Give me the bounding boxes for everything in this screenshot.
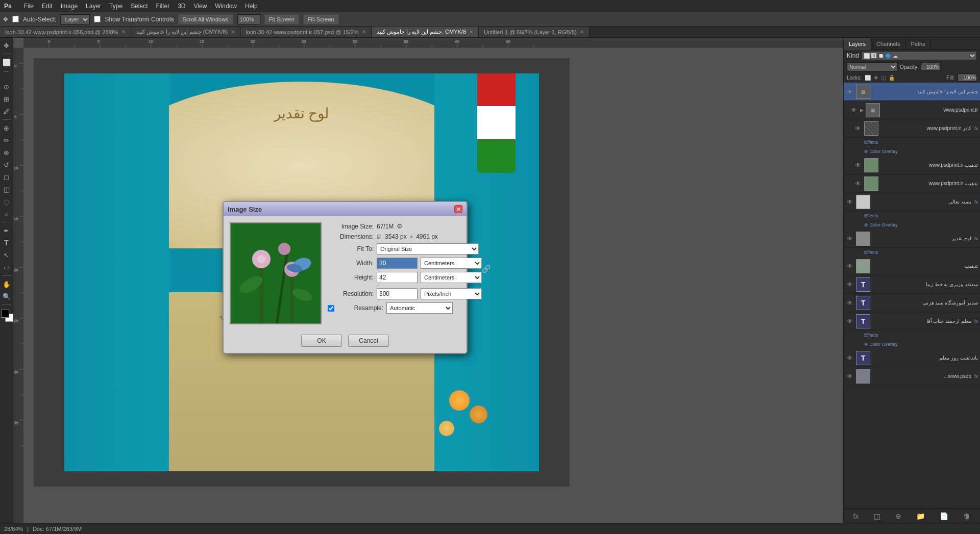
add-mask-button[interactable]: ◫ — [872, 511, 883, 521]
tab-2-close[interactable]: ✕ — [231, 29, 235, 35]
fg-color-swatch[interactable] — [1, 310, 9, 318]
layer-9-visibility[interactable]: 👁 — [846, 281, 854, 289]
tab-paths[interactable]: Paths — [906, 38, 931, 50]
add-style-button[interactable]: fx — [851, 511, 861, 521]
eyedropper-tool[interactable]: 🖉 — [1, 106, 12, 117]
layer-item-6[interactable]: 👁 بسته تعالی fx — [844, 193, 980, 211]
blend-mode-select[interactable]: Normal — [847, 62, 898, 71]
menu-help[interactable]: Help — [245, 3, 258, 10]
gradient-tool[interactable]: ◫ — [1, 184, 12, 195]
layer-item-11[interactable]: 👁 T معلم ارجمند جناب آقا fx — [844, 312, 980, 330]
eraser-tool[interactable]: ◻ — [1, 171, 12, 183]
cancel-button[interactable]: Cancel — [348, 335, 389, 347]
menu-select[interactable]: Select — [131, 3, 148, 10]
brush-tool[interactable]: ✏ — [1, 135, 12, 146]
opacity-input[interactable] — [921, 63, 940, 71]
quick-select-tool[interactable]: ⊙ — [1, 81, 12, 92]
fit-to-select[interactable]: Original Size — [377, 243, 479, 255]
height-unit-select[interactable]: Centimeters — [421, 272, 482, 283]
tab-1[interactable]: looh-30.42-www.psdprint.ir-056.psd @ 28/… — [0, 27, 131, 38]
fill-screen-button[interactable]: Fill Screen — [303, 14, 339, 24]
layer-10-visibility[interactable]: 👁 — [846, 299, 854, 307]
lock-icon-2[interactable]: ✥ — [874, 75, 878, 81]
blur-tool[interactable]: ◌ — [1, 196, 12, 207]
canvas-area[interactable]: 0 5 10 15 20 25 30 35 40 — [13, 38, 843, 523]
transform-controls-checkbox[interactable] — [94, 16, 101, 22]
hand-tool[interactable]: ✋ — [1, 278, 12, 290]
layers-list[interactable]: 👁 ▦ چشم این لایه را خاموش کنید 👁 ▶ ▦ www… — [844, 83, 980, 508]
tab-4-close[interactable]: ✕ — [469, 29, 473, 35]
layer-item-5[interactable]: 👁 تذهیب www.psdprint.ir — [844, 174, 980, 193]
layer-12-visibility[interactable]: 👁 — [846, 354, 854, 362]
type-tool[interactable]: T — [1, 237, 12, 248]
layer-11-visibility[interactable]: 👁 — [846, 317, 854, 325]
lock-icon-4[interactable]: 🔒 — [889, 75, 895, 81]
layer-5-visibility[interactable]: 👁 — [854, 180, 862, 188]
menu-window[interactable]: Window — [215, 3, 237, 10]
resample-checkbox[interactable] — [328, 305, 334, 312]
layer-7-visibility[interactable]: 👁 — [846, 235, 854, 243]
tab-3[interactable]: looh-30.42-www.psdprint.ir-057.psd @ 15/… — [240, 27, 372, 38]
fit-screen-button[interactable]: Fit Screen — [264, 14, 299, 24]
canvas-content[interactable]: لوح تقدیر ضمن گرامیداشت روز معلم بر این … — [23, 48, 843, 523]
layer-2-visibility[interactable]: 👁 — [850, 106, 858, 114]
menu-layer[interactable]: Layer — [86, 3, 101, 10]
layer-item-9[interactable]: 👁 T سعتقد وزیری به خط زیبا — [844, 275, 980, 294]
layer-1-visibility[interactable]: 👁 — [846, 88, 854, 96]
add-group-button[interactable]: 📁 — [914, 511, 927, 521]
dodge-tool[interactable]: ○ — [1, 208, 12, 219]
new-layer-button[interactable]: 📄 — [938, 511, 950, 521]
zoom-input[interactable] — [237, 14, 260, 24]
menu-image[interactable]: Image — [61, 3, 78, 10]
lock-icon-1[interactable]: ⬜ — [865, 75, 871, 81]
resolution-input[interactable] — [377, 288, 418, 299]
add-adjustment-button[interactable]: ⊕ — [893, 511, 903, 521]
auto-select-dropdown[interactable]: Layer — [60, 14, 90, 24]
menu-3d[interactable]: 3D — [178, 3, 185, 10]
healing-tool[interactable]: ⊕ — [1, 122, 12, 134]
menu-file[interactable]: File — [24, 3, 34, 10]
menu-edit[interactable]: Edit — [42, 3, 53, 10]
menu-view[interactable]: View — [194, 3, 207, 10]
layer-item-12[interactable]: 👁 T یادداشت روز معلم — [844, 349, 980, 367]
dialog-close-button[interactable]: ✕ — [454, 205, 462, 213]
pen-tool[interactable]: ✒ — [1, 225, 12, 236]
layer-item-3[interactable]: 👁 کادر www.psdprint.ir fx — [844, 119, 980, 138]
fill-input[interactable] — [958, 73, 977, 82]
tab-1-close[interactable]: ✕ — [121, 29, 126, 35]
tab-4[interactable]: چشم این لایه را خاموش کنید, CMYK/8 ✕ — [372, 27, 479, 38]
layer-item-13[interactable]: 👁 www.psdp... fx — [844, 367, 980, 386]
history-brush-tool[interactable]: ↺ — [1, 159, 12, 170]
layer-item-10[interactable]: 👁 T صدیر آموزشگاه سید هزنی — [844, 294, 980, 312]
resolution-unit-select[interactable]: Pixels/Inch — [421, 288, 482, 299]
layer-6-visibility[interactable]: 👁 — [846, 198, 854, 206]
tab-2[interactable]: چشم این لایه را خاموش کنید (CMYK/8) ✕ — [131, 27, 241, 38]
layer-13-visibility[interactable]: 👁 — [846, 372, 854, 380]
crop-tool[interactable]: ⊞ — [1, 93, 12, 105]
layer-4-visibility[interactable]: 👁 — [854, 161, 862, 169]
delete-layer-button[interactable]: 🗑 — [961, 511, 972, 521]
clone-tool[interactable]: ⊗ — [1, 147, 12, 158]
layer-item-8[interactable]: 👁 تذهیب — [844, 257, 980, 275]
zoom-tool[interactable]: 🔍 — [1, 291, 12, 302]
dim-checkbox[interactable]: ☑ — [377, 234, 382, 240]
width-unit-select[interactable]: Centimeters — [421, 258, 482, 269]
layer-item-2[interactable]: 👁 ▶ ▦ www.psdprint.ir — [844, 101, 980, 119]
layer-2-arrow[interactable]: ▶ — [860, 108, 864, 113]
tab-5-close[interactable]: ✕ — [580, 29, 584, 35]
height-input[interactable] — [377, 272, 418, 283]
scroll-all-windows-button[interactable]: Scroll All Windows — [178, 14, 233, 24]
ok-button[interactable]: OK — [301, 335, 342, 347]
path-selection-tool[interactable]: ↖ — [1, 249, 12, 261]
layer-8-visibility[interactable]: 👁 — [846, 262, 854, 270]
lock-icon-3[interactable]: ◫ — [881, 75, 886, 81]
lasso-tool[interactable]: ⌒ — [1, 69, 12, 80]
layer-3-visibility[interactable]: 👁 — [854, 124, 862, 133]
resample-select[interactable]: Automatic — [386, 302, 453, 314]
menu-type[interactable]: Type — [109, 3, 122, 10]
tab-5[interactable]: Untitled-1 @ 66/7% (Layer 1, RGB/8) ✕ — [479, 27, 590, 38]
layer-item-4[interactable]: 👁 تذهیب www.psdprint.ir — [844, 156, 980, 174]
fg-bg-colors[interactable] — [1, 310, 12, 323]
move-tool[interactable]: ✥ — [1, 40, 12, 51]
tab-3-close[interactable]: ✕ — [362, 29, 366, 35]
